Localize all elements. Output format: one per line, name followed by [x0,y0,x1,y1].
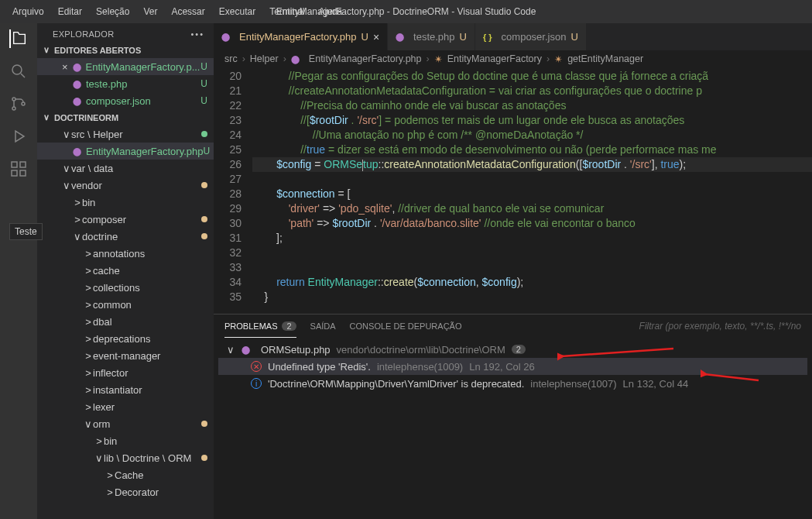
menu-item[interactable]: Acessar [165,3,211,20]
tab-output[interactable]: SAÍDA [310,321,336,331]
project-header[interactable]: ∨DOCTRINEORM [37,109,214,125]
editor-tab[interactable]: ⬤teste.php U [388,23,475,50]
hover-tooltip: Teste [9,223,43,240]
svg-rect-7 [20,170,26,176]
folder-item[interactable]: >annotations [37,245,214,262]
problem-file-row[interactable]: ∨⬤ ORMSetup.php vendor\doctrine\orm\lib\… [218,341,807,358]
folder-item[interactable]: ∨doctrine [37,228,214,245]
menu-item[interactable]: Seleção [90,3,135,20]
editor-tab[interactable]: ⬤EntityManagerFactory.php U × [214,23,388,50]
problems-filter[interactable]: Filtrar (por exemplo, texto, **/*.ts, !*… [639,321,801,332]
menu-item[interactable]: Executar [213,3,262,20]
svg-point-2 [12,107,15,110]
svg-point-3 [22,102,25,105]
folder-item[interactable]: >Cache [37,466,214,483]
svg-rect-4 [12,162,17,167]
svg-point-0 [12,65,22,74]
problem-item[interactable]: ✕Undefined type 'Redis'. intelephense(10… [218,358,807,375]
folder-item[interactable]: >cache [37,262,214,279]
editor-tab[interactable]: { }composer.json U [475,23,587,50]
error-icon: ✕ [251,361,262,372]
menu-item[interactable]: Arquivo [6,3,50,20]
open-editors-header[interactable]: ∨EDITORES ABERTOS [37,42,214,58]
more-icon[interactable]: ••• [190,29,204,39]
editor-group: ⬤EntityManagerFactory.php U ×⬤teste.php … [214,23,812,519]
menu-item[interactable]: Editar [52,3,88,20]
menu-item[interactable]: Ver [137,3,163,20]
folder-item[interactable]: >event-manager [37,347,214,364]
source-control-icon[interactable] [9,95,28,113]
folder-item[interactable]: ∨lib \ Doctrine \ ORM [37,449,214,466]
tab-problems[interactable]: PROBLEMAS2 [224,314,296,338]
open-editor-item[interactable]: ×⬤EntityManagerFactory.p...U [37,58,214,75]
debug-icon[interactable] [9,127,28,146]
folder-item[interactable]: >deprecations [37,330,214,347]
problem-item[interactable]: i'Doctrine\ORM\Mapping\Driver\YamlDriver… [218,375,807,392]
activity-bar [0,23,37,519]
search-icon[interactable] [9,62,28,81]
folder-item[interactable]: >bin [37,432,214,449]
open-editor-item[interactable]: ⬤teste.phpU [37,75,214,92]
tab-debug-console[interactable]: CONSOLE DE DEPURAÇÃO [350,321,462,331]
svg-rect-5 [20,162,26,167]
folder-item[interactable]: >composer [37,211,214,228]
folder-item[interactable]: >inflector [37,364,214,381]
close-icon[interactable]: × [373,31,379,43]
svg-point-1 [12,98,15,101]
breadcrumb[interactable]: src› Helper› ⬤EntityManagerFactory.php› … [214,50,812,67]
info-icon: i [251,378,262,389]
folder-item[interactable]: ∨var \ data [37,160,214,177]
explorer-sidebar: EXPLORADOR ••• ∨EDITORES ABERTOS ×⬤Entit… [37,23,214,519]
folder-item[interactable]: >dbal [37,313,214,330]
folder-item[interactable]: >lexer [37,398,214,415]
menu-bar: Arquivo Editar Seleção Ver Acessar Execu… [0,0,812,23]
file-item[interactable]: ⬤EntityManagerFactory.phpU [37,143,214,160]
open-editor-item[interactable]: ⬤composer.jsonU [37,92,214,109]
folder-item[interactable]: >collections [37,279,214,296]
sidebar-title: EXPLORADOR [53,29,114,39]
bottom-panel: PROBLEMAS2 SAÍDA CONSOLE DE DEPURAÇÃO Fi… [214,314,812,519]
folder-item[interactable]: ∨orm [37,415,214,432]
folder-item[interactable]: ∨vendor [37,177,214,194]
folder-item[interactable]: >instantiator [37,381,214,398]
folder-item[interactable]: >Decorator [37,483,214,500]
folder-item[interactable]: >bin [37,194,214,211]
code-editor[interactable]: 20212223242526272829303132333435 //Pegar… [214,67,812,314]
editor-tabs: ⬤EntityManagerFactory.php U ×⬤teste.php … [214,23,812,50]
menu-item[interactable]: Terminal [263,3,310,20]
svg-rect-6 [12,170,17,176]
folder-item[interactable]: >common [37,296,214,313]
extensions-icon[interactable] [9,160,28,178]
explorer-icon[interactable] [9,29,28,48]
folder-item[interactable]: ∨src \ Helper [37,125,214,143]
menu-item[interactable]: Ajuda [313,3,349,20]
